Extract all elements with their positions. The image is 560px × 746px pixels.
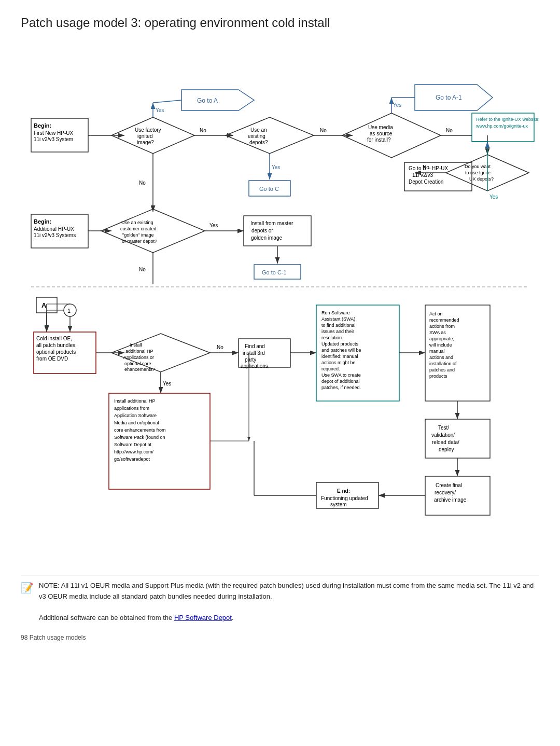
svg-text:patches and: patches and — [429, 367, 455, 372]
svg-text:Begin:: Begin: — [34, 122, 51, 129]
svg-text:manual: manual — [429, 349, 445, 354]
svg-text:resolution.: resolution. — [321, 335, 343, 340]
svg-text:Applications or: Applications or — [123, 355, 154, 360]
svg-text:all patch bundles,: all patch bundles, — [36, 342, 77, 348]
svg-text:No: No — [320, 128, 327, 133]
svg-text:Functioning updated: Functioning updated — [321, 495, 368, 501]
svg-text:Find and: Find and — [245, 343, 265, 349]
svg-text:Yes: Yes — [209, 223, 218, 228]
svg-text:No: No — [217, 344, 223, 350]
svg-text:Go to C-1: Go to C-1 — [262, 269, 287, 275]
note-section: 📝 NOTE: All 11i v1 OEUR media and Suppor… — [21, 575, 539, 624]
svg-text:SWA as: SWA as — [429, 330, 446, 335]
svg-text:Depot Creation: Depot Creation — [409, 179, 443, 185]
svg-text:deploy: deploy — [439, 447, 454, 452]
svg-text:to find additional: to find additional — [321, 323, 356, 328]
svg-text:depot of additional: depot of additional — [321, 379, 360, 384]
svg-text:Test/: Test/ — [438, 425, 449, 431]
svg-text:Install from master: Install from master — [250, 220, 293, 226]
svg-text:patches, if needed.: patches, if needed. — [321, 385, 361, 390]
svg-text:go/softwaredepot: go/softwaredepot — [114, 457, 150, 462]
svg-text:depots?: depots? — [249, 140, 268, 145]
svg-text:golden image: golden image — [251, 235, 282, 241]
svg-text:actions from: actions from — [429, 324, 455, 329]
svg-text:Act on: Act on — [429, 311, 443, 316]
svg-text:for install?: for install? — [367, 137, 391, 143]
svg-text:No: No — [139, 180, 146, 186]
note-link-suffix: . — [232, 614, 234, 621]
svg-text:Additional HP-UX: Additional HP-UX — [34, 226, 74, 232]
svg-text:optional products: optional products — [36, 349, 76, 355]
svg-text:Assistant (SWA): Assistant (SWA) — [321, 316, 355, 322]
page-footer: 98 Patch usage models — [21, 634, 539, 641]
svg-text:11i v2/v3 Systems: 11i v2/v3 Systems — [34, 232, 76, 238]
svg-text:Software Depot at: Software Depot at — [114, 442, 152, 447]
svg-text:archive image: archive image — [434, 497, 467, 503]
svg-text:install 3rd: install 3rd — [243, 350, 265, 356]
svg-text:Media and or/optional: Media and or/optional — [114, 420, 159, 425]
note-additional: Additional software can be obtained from… — [39, 614, 174, 621]
svg-text:Cold install OE,: Cold install OE, — [36, 336, 72, 341]
svg-text:Yes: Yes — [272, 164, 280, 170]
svg-text:Begin:: Begin: — [34, 218, 51, 225]
svg-text:No: No — [446, 128, 453, 133]
svg-text:required.: required. — [321, 366, 340, 371]
svg-text:Install: Install — [130, 342, 142, 348]
svg-text:issues and their: issues and their — [321, 329, 354, 334]
svg-text:Yes: Yes — [163, 381, 171, 386]
svg-text:installation of: installation of — [429, 361, 457, 366]
svg-text:applications: applications — [241, 363, 268, 369]
svg-text:E  nd:: E nd: — [337, 488, 350, 494]
svg-text:Refer to the Ignite-UX website: Refer to the Ignite-UX website: — [476, 117, 539, 122]
svg-text:and patches will be: and patches will be — [321, 348, 361, 353]
svg-text:reload data/: reload data/ — [432, 439, 459, 445]
svg-text:Use SWA to create: Use SWA to create — [321, 372, 361, 378]
svg-text:Software Pack (found on: Software Pack (found on — [114, 435, 165, 440]
note-text: NOTE: All 11i v1 OEUR media and Support … — [39, 581, 539, 624]
svg-text:will include: will include — [429, 342, 452, 348]
svg-text:from OE DVD: from OE DVD — [36, 356, 68, 362]
svg-text:UX depots?: UX depots? — [469, 176, 494, 182]
svg-text:Application Software: Application Software — [114, 413, 157, 418]
svg-text:Do you want: Do you want — [465, 164, 491, 169]
svg-text:as source: as source — [370, 131, 393, 136]
svg-text:Create final: Create final — [436, 482, 462, 488]
svg-text:optional core: optional core — [124, 361, 151, 366]
svg-text:First New HP-UX: First New HP-UX — [34, 130, 73, 136]
svg-text:party: party — [245, 357, 256, 363]
svg-text:customer created: customer created — [120, 226, 157, 231]
svg-text:or master depot?: or master depot? — [122, 239, 157, 244]
svg-text:Use factory: Use factory — [135, 127, 161, 133]
svg-text:existing: existing — [248, 133, 265, 139]
svg-text:Run Software: Run Software — [321, 310, 350, 315]
svg-text:appropriate;: appropriate; — [429, 336, 454, 341]
svg-text:1: 1 — [67, 308, 71, 314]
diagram-area: Begin: First New HP-UX 11i v2/v3 System … — [21, 40, 539, 570]
svg-text:Go to C: Go to C — [259, 186, 279, 192]
svg-text:No: No — [200, 128, 206, 133]
svg-text:http://www.hp.com/: http://www.hp.com/ — [114, 449, 154, 454]
svg-text:Yes: Yes — [156, 107, 164, 113]
svg-text:identified; manual: identified; manual — [321, 354, 358, 359]
note-body: All 11i v1 OEUR media and Support Plus m… — [39, 582, 534, 600]
svg-rect-138 — [425, 419, 490, 458]
svg-text:Go to A-1: Go to A-1 — [436, 94, 462, 101]
svg-text:actions and: actions and — [429, 355, 453, 360]
svg-text:Use an: Use an — [250, 127, 267, 133]
svg-text:applications from: applications from — [114, 406, 149, 411]
svg-text:Use an existing: Use an existing — [121, 220, 153, 225]
svg-text:Go to B – HP-UX: Go to B – HP-UX — [409, 165, 448, 171]
svg-text:additional HP: additional HP — [125, 349, 153, 354]
svg-text:recovery/: recovery/ — [435, 490, 456, 495]
svg-text:Yes: Yes — [489, 194, 498, 200]
flowchart-svg: Begin: First New HP-UX 11i v2/v3 System … — [21, 40, 539, 570]
svg-text:validation/: validation/ — [431, 432, 455, 438]
svg-text:system: system — [330, 502, 347, 507]
svg-text:products: products — [429, 374, 447, 379]
svg-text:Go to A: Go to A — [197, 97, 218, 104]
svg-text:A: A — [41, 301, 47, 309]
footer-text: 98 Patch usage models — [21, 634, 86, 641]
hp-software-depot-link[interactable]: HP Software Depot — [174, 614, 232, 621]
page-title: Patch usage model 3: operating environme… — [21, 16, 539, 30]
svg-text:Use media: Use media — [368, 125, 393, 130]
